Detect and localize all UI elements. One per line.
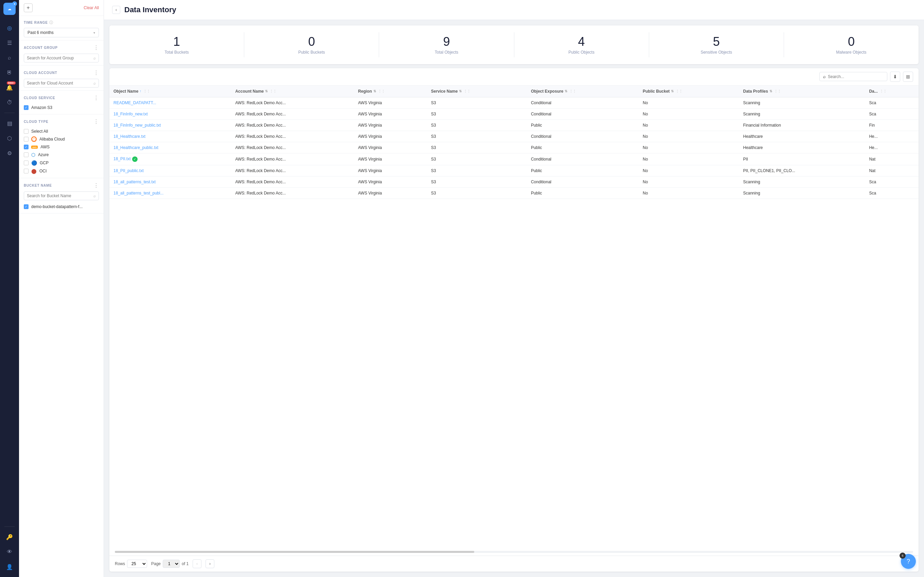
table-row: 18_FinInfo_new.txt AWS: RedLock Demo Acc…: [109, 108, 919, 119]
help-button[interactable]: 6 ?: [901, 554, 916, 569]
clear-all-button[interactable]: Clear All: [84, 5, 99, 10]
gcp-checkbox[interactable]: [24, 161, 29, 165]
oci-checkbox[interactable]: [24, 169, 29, 173]
account-group-header: ACCOUNT GROUP ⋮: [24, 45, 99, 51]
cell-extra: He...: [865, 131, 919, 142]
col-menu-profiles[interactable]: ⋮⋮: [774, 89, 781, 93]
col-menu-account[interactable]: ⋮⋮: [270, 89, 276, 93]
bucket-name-menu[interactable]: ⋮: [94, 182, 99, 189]
nav-alerts[interactable]: 🔔 9999+: [3, 81, 16, 94]
col-header-public-bucket[interactable]: Public Bucket ⇅ ⋮⋮: [639, 85, 739, 97]
cell-object-name[interactable]: 18_Healthcare_public.txt: [109, 142, 231, 153]
bucket-name-search-input[interactable]: [27, 193, 91, 198]
app-logo[interactable]: ☁ ●: [3, 3, 16, 15]
cell-object-name[interactable]: 18_PII.txt✓: [109, 153, 231, 165]
cell-data-profiles: Healthcare: [739, 131, 865, 142]
main-header: ‹ Data Inventory: [104, 0, 924, 20]
malware-objects-label: Malware Objects: [784, 50, 919, 55]
select-all-checkbox[interactable]: [24, 129, 29, 134]
col-header-region[interactable]: Region ⇅ ⋮⋮: [354, 85, 427, 97]
col-header-account-name[interactable]: Account Name ⇅ ⋮⋮: [231, 85, 354, 97]
nav-key[interactable]: 🔑: [3, 530, 16, 544]
col-header-service-name[interactable]: Service Name ⇅ ⋮⋮: [427, 85, 527, 97]
gcp-icon: 🔵: [31, 160, 37, 166]
cell-object-name[interactable]: README_DATAPATT...: [109, 97, 231, 108]
col-header-exposure[interactable]: Object Exposure ⇅ ⋮⋮: [527, 85, 639, 97]
rows-dropdown[interactable]: 25 50 100: [127, 560, 147, 568]
download-button[interactable]: ⬇: [890, 72, 900, 82]
col-menu-service[interactable]: ⋮⋮: [464, 89, 470, 93]
nav-search[interactable]: ⌕: [3, 51, 16, 64]
table-scroll[interactable]: Object Name ↑ ⋮⋮ Account Name ⇅ ⋮⋮: [109, 85, 919, 551]
time-range-select[interactable]: Past 6 months ▾: [24, 28, 99, 37]
account-group-search-box: ⌕: [24, 54, 99, 63]
s3-checkbox[interactable]: [24, 105, 29, 110]
cell-account-name: AWS: RedLock Demo Acc...: [231, 153, 354, 165]
col-menu-extra[interactable]: ⋮⋮: [880, 89, 887, 93]
nav-network[interactable]: ⬡: [3, 131, 16, 145]
time-range-section: TIME RANGE ⓘ Past 6 months ▾: [19, 16, 103, 40]
nav-clock[interactable]: ⏱: [3, 96, 16, 109]
cloud-type-alibaba[interactable]: ◯ Alibaba Cloud: [24, 135, 99, 143]
alibaba-checkbox[interactable]: [24, 137, 29, 142]
cell-exposure: Conditional: [527, 176, 639, 187]
cloud-type-menu[interactable]: ⋮: [94, 118, 99, 125]
cell-object-name[interactable]: 18_Healthcare.txt: [109, 131, 231, 142]
table-search-input[interactable]: [828, 74, 884, 79]
col-header-object-name[interactable]: Object Name ↑ ⋮⋮: [109, 85, 231, 97]
cell-object-name[interactable]: 18_all_patterns_test.txt: [109, 176, 231, 187]
cloud-service-item-s3[interactable]: Amazon S3: [24, 104, 99, 111]
col-menu-object[interactable]: ⋮⋮: [143, 89, 150, 93]
table-search-icon: ⌕: [823, 74, 826, 79]
account-group-section: ACCOUNT GROUP ⋮ ⌕: [19, 40, 103, 66]
add-button[interactable]: +: [24, 3, 32, 12]
nav-dashboard[interactable]: ◎: [3, 21, 16, 35]
nav-user[interactable]: 👤: [3, 560, 16, 574]
cell-public-bucket: No: [639, 119, 739, 131]
total-objects-value: 9: [379, 35, 514, 48]
cloud-type-select-all[interactable]: Select All: [24, 127, 99, 135]
demo-bucket-checkbox[interactable]: [24, 204, 29, 209]
cloud-type-azure[interactable]: ⬡ Azure: [24, 151, 99, 159]
cloud-account-search-input[interactable]: [27, 81, 91, 85]
cell-object-name[interactable]: 18_PII_public.txt: [109, 165, 231, 176]
cell-account-name: AWS: RedLock Demo Acc...: [231, 165, 354, 176]
cloud-account-menu[interactable]: ⋮: [94, 69, 99, 76]
nav-reports[interactable]: ▤: [3, 116, 16, 130]
aws-checkbox[interactable]: [24, 145, 29, 149]
col-menu-region[interactable]: ⋮⋮: [378, 89, 385, 93]
col-header-data-profiles[interactable]: Data Profiles ⇅ ⋮⋮: [739, 85, 865, 97]
cloud-type-gcp[interactable]: 🔵 GCP: [24, 159, 99, 167]
bucket-name-section: BUCKET NAME ⋮ ⌕ demo-bucket-datapattern-…: [19, 178, 103, 213]
cell-exposure: Conditional: [527, 153, 639, 165]
page-input[interactable]: 1: [163, 560, 180, 568]
nav-list[interactable]: ☰: [3, 36, 16, 50]
cloud-service-menu[interactable]: ⋮: [94, 95, 99, 101]
prev-page-button[interactable]: ‹: [192, 559, 202, 568]
cell-object-name[interactable]: 18_FinInfo_new.txt: [109, 108, 231, 119]
col-menu-public[interactable]: ⋮⋮: [676, 89, 682, 93]
total-buckets-value: 1: [109, 35, 244, 48]
cell-data-profiles: PII: [739, 153, 865, 165]
cell-exposure: Public: [527, 119, 639, 131]
columns-button[interactable]: ⊞: [903, 72, 913, 82]
col-menu-exposure[interactable]: ⋮⋮: [569, 89, 576, 93]
cell-object-name[interactable]: 18_FinInfo_new_public.txt: [109, 119, 231, 131]
nav-settings[interactable]: ⚙: [3, 146, 16, 160]
nav-shield[interactable]: ⛨: [3, 66, 16, 79]
account-group-menu[interactable]: ⋮: [94, 45, 99, 51]
collapse-sidebar-button[interactable]: ‹: [112, 6, 120, 14]
info-icon[interactable]: ⓘ: [49, 20, 53, 25]
next-page-button[interactable]: ›: [205, 559, 214, 568]
cloud-type-oci[interactable]: ⬤ OCI: [24, 167, 99, 175]
horizontal-scrollbar[interactable]: [115, 551, 913, 553]
cloud-type-aws[interactable]: aws AWS: [24, 143, 99, 151]
oci-icon: ⬤: [31, 168, 37, 174]
azure-checkbox[interactable]: [24, 152, 29, 157]
col-header-extra[interactable]: Da... ⋮⋮: [865, 85, 919, 97]
account-group-search-input[interactable]: [27, 56, 91, 60]
cell-object-name[interactable]: 18_all_patterns_test_publ...: [109, 187, 231, 198]
bucket-item-demo[interactable]: demo-bucket-datapattern-f...: [24, 203, 99, 210]
time-range-title: TIME RANGE: [24, 21, 48, 24]
nav-eye[interactable]: 👁: [3, 545, 16, 559]
